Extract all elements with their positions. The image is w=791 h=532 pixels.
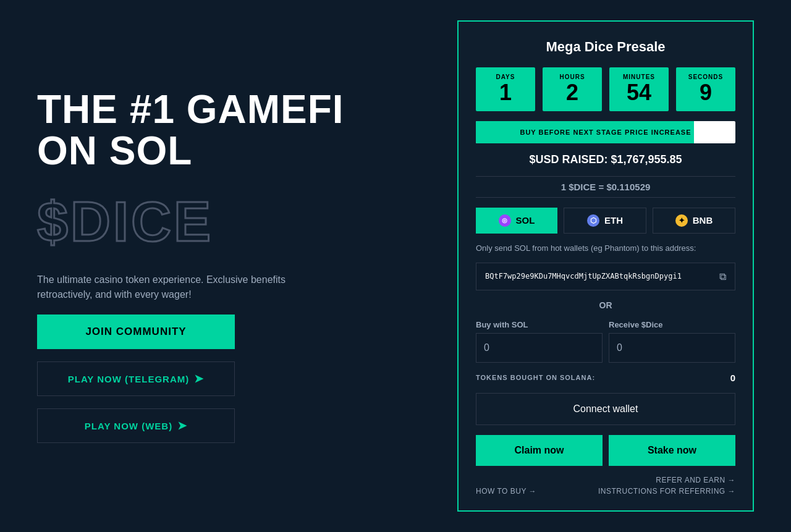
claim-now-button[interactable]: Claim now <box>476 435 603 466</box>
tab-bnb[interactable]: ✦ BNB <box>653 208 735 234</box>
bottom-right-links: REFER AND EARN → INSTRUCTIONS FOR REFERR… <box>598 476 735 496</box>
headline-line1: THE #1 GAMEFI <box>37 87 344 132</box>
raised-label-text: $USD RAISED: <box>529 153 607 166</box>
sol-label: SOL <box>516 215 535 226</box>
buy-sol-label: Buy with SOL <box>476 320 603 329</box>
description-text: The ultimate casino token experience. Ex… <box>37 272 297 302</box>
sol-icon: ◎ <box>499 214 511 227</box>
play-web-button[interactable]: PLAY NOW (WEB) ➤ <box>37 408 235 443</box>
connect-wallet-button[interactable]: Connect wallet <box>476 393 735 425</box>
raised-row: $USD RAISED: $1,767,955.85 <box>476 153 735 166</box>
timer-hours: HOURS 2 <box>543 67 602 111</box>
tokens-bought-value: 0 <box>730 373 735 383</box>
progress-bar-container: BUY BEFORE NEXT STAGE PRICE INCREASE <box>476 121 735 143</box>
timer-days: DAYS 1 <box>476 67 535 111</box>
wallet-address: BQtF7wp29e9KDu7MHqvcdMjtUpZXABtqkRsbgnDp… <box>485 272 682 281</box>
buy-row: Buy with SOL Receive $Dice <box>476 320 735 363</box>
buy-sol-col: Buy with SOL <box>476 320 603 363</box>
timer-seconds: SECONDS 9 <box>676 67 735 111</box>
price-text: 1 $DICE = $0.110529 <box>476 176 735 198</box>
currency-tabs: ◎ SOL ⬡ ETH ✦ BNB <box>476 208 735 234</box>
arrow-icon: ➤ <box>194 372 204 386</box>
buy-sol-input[interactable] <box>476 333 603 363</box>
receive-dice-input[interactable] <box>609 333 735 363</box>
bottom-links: HOW TO BUY → REFER AND EARN → INSTRUCTIO… <box>476 476 735 496</box>
headline-line2: ON SOL <box>37 129 192 173</box>
stake-now-button[interactable]: Stake now <box>609 435 735 466</box>
bnb-icon: ✦ <box>675 214 688 227</box>
page-wrapper: THE #1 GAMEFI ON SOL $DICE The ultimate … <box>0 0 791 532</box>
timer-row: DAYS 1 HOURS 2 MINUTES 54 SECONDS 9 <box>476 67 735 111</box>
seconds-value: 9 <box>676 80 735 105</box>
join-community-button[interactable]: JOIN COMMUNITY <box>37 315 235 349</box>
copy-icon[interactable]: ⧉ <box>719 271 726 282</box>
play-web-label: PLAY NOW (WEB) <box>85 421 172 431</box>
instructions-link[interactable]: INSTRUCTIONS FOR REFERRING → <box>598 487 735 496</box>
progress-bar-label: BUY BEFORE NEXT STAGE PRICE INCREASE <box>520 129 691 136</box>
tab-eth[interactable]: ⬡ ETH <box>564 208 646 234</box>
address-box: BQtF7wp29e9KDu7MHqvcdMjtUpZXABtqkRsbgnDp… <box>476 263 735 290</box>
or-divider: OR <box>476 300 735 310</box>
tokens-bought-label: TOKENS BOUGHT ON SOLANA: <box>476 374 595 381</box>
receive-dice-col: Receive $Dice <box>609 320 735 363</box>
left-panel: THE #1 GAMEFI ON SOL $DICE The ultimate … <box>37 89 420 443</box>
minutes-value: 54 <box>609 80 669 105</box>
eth-label: ETH <box>604 215 623 226</box>
raised-amount: $1,767,955.85 <box>611 153 682 166</box>
bnb-label: BNB <box>693 215 713 226</box>
dice-logo: $DICE <box>37 190 420 254</box>
arrow-icon-web: ➤ <box>177 419 187 433</box>
raised-label: $USD RAISED: $1,767,955.85 <box>529 153 682 166</box>
how-to-buy-link[interactable]: HOW TO BUY → <box>476 487 536 496</box>
play-telegram-label: PLAY NOW (TELEGRAM) <box>68 374 190 384</box>
presale-title: Mega Dice Presale <box>476 39 735 55</box>
timer-minutes: MINUTES 54 <box>609 67 669 111</box>
days-value: 1 <box>476 80 535 105</box>
tokens-row: TOKENS BOUGHT ON SOLANA: 0 <box>476 373 735 383</box>
main-headline: THE #1 GAMEFI ON SOL <box>37 89 420 172</box>
presale-panel: Mega Dice Presale DAYS 1 HOURS 2 MINUTES… <box>457 20 754 512</box>
play-telegram-button[interactable]: PLAY NOW (TELEGRAM) ➤ <box>37 361 235 396</box>
hours-value: 2 <box>543 80 602 105</box>
claim-stake-row: Claim now Stake now <box>476 435 735 466</box>
eth-icon: ⬡ <box>587 214 599 227</box>
refer-and-earn-link[interactable]: REFER AND EARN → <box>656 476 735 484</box>
address-note: Only send SOL from hot wallets (eg Phant… <box>476 243 735 253</box>
receive-dice-label: Receive $Dice <box>609 320 735 329</box>
tab-sol[interactable]: ◎ SOL <box>476 208 557 234</box>
